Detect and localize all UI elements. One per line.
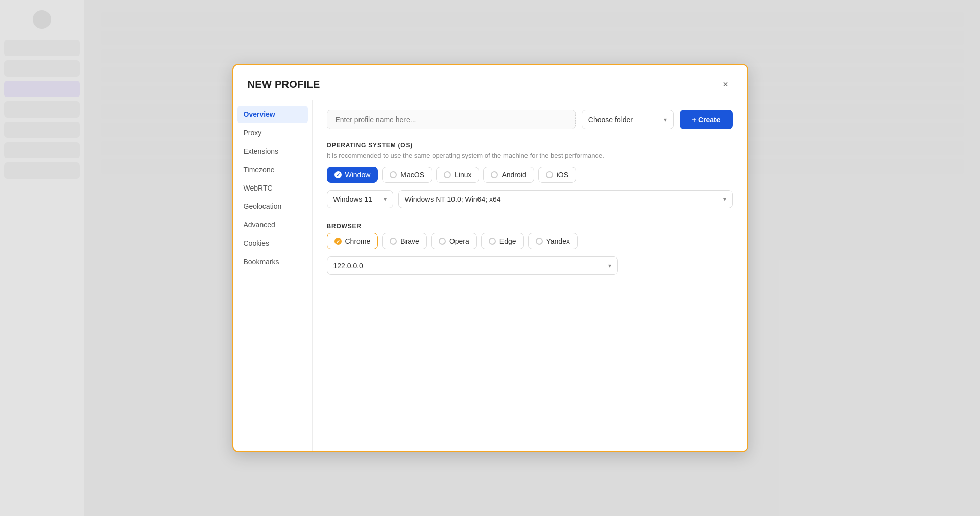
browser-section: BROWSER Chrome Brave Opera — [327, 223, 733, 275]
modal-title: NEW PROFILE — [248, 79, 320, 90]
os-platform-select[interactable]: Windows NT 10.0; Win64; x64 ▾ — [398, 190, 733, 208]
os-option-macos[interactable]: MacOS — [382, 167, 432, 183]
os-section-title: OPERATING SYSTEM (OS) — [327, 142, 733, 149]
os-platform-chevron-icon: ▾ — [723, 196, 726, 203]
create-button[interactable]: + Create — [680, 110, 733, 129]
os-platform-value: Windows NT 10.0; Win64; x64 — [405, 195, 501, 203]
nav-item-cookies[interactable]: Cookies — [233, 234, 312, 252]
os-radio-android — [491, 171, 498, 178]
nav-item-overview[interactable]: Overview — [237, 106, 308, 123]
nav-item-geolocation[interactable]: Geolocation — [233, 198, 312, 215]
os-option-window[interactable]: Window — [327, 167, 378, 183]
folder-select-label: Choose folder — [588, 115, 660, 124]
browser-option-edge[interactable]: Edge — [481, 233, 524, 249]
browser-option-opera-label: Opera — [449, 237, 469, 245]
folder-chevron-icon: ▾ — [664, 116, 667, 123]
nav-item-extensions[interactable]: Extensions — [233, 143, 312, 160]
browser-option-brave-label: Brave — [400, 237, 419, 245]
os-options: Window MacOS Linux Android — [327, 167, 733, 183]
browser-radio-yandex — [536, 238, 543, 245]
browser-version-value: 122.0.0.0 — [333, 262, 363, 270]
browser-radio-chrome — [334, 238, 342, 245]
os-option-window-label: Window — [345, 171, 371, 179]
content-area: Choose folder ▾ + Create OPERATING SYSTE… — [313, 100, 747, 451]
os-option-linux-label: Linux — [455, 171, 471, 179]
nav-item-webrtc[interactable]: WebRTC — [233, 179, 312, 197]
browser-option-yandex[interactable]: Yandex — [528, 233, 578, 249]
browser-option-chrome[interactable]: Chrome — [327, 233, 378, 249]
folder-select-dropdown[interactable]: Choose folder ▾ — [582, 110, 674, 129]
os-radio-ios — [546, 171, 553, 178]
os-section: OPERATING SYSTEM (OS) It is recommended … — [327, 142, 733, 221]
nav-sidebar: Overview Proxy Extensions Timezone WebRT… — [233, 100, 313, 451]
browser-radio-edge — [489, 238, 496, 245]
nav-item-timezone[interactable]: Timezone — [233, 161, 312, 178]
os-option-linux[interactable]: Linux — [436, 167, 479, 183]
os-section-desc: It is recommended to use the same operat… — [327, 152, 733, 159]
new-profile-modal: NEW PROFILE × Overview Proxy Extensions … — [232, 64, 748, 452]
browser-radio-opera — [439, 238, 446, 245]
os-option-macos-label: MacOS — [400, 171, 424, 179]
modal-header: NEW PROFILE × — [233, 65, 747, 100]
os-option-android[interactable]: Android — [483, 167, 534, 183]
os-version-chevron-icon: ▾ — [384, 196, 387, 203]
browser-option-brave[interactable]: Brave — [382, 233, 427, 249]
os-version-select[interactable]: Windows 11 ▾ — [327, 190, 393, 208]
modal-close-button[interactable]: × — [719, 77, 733, 91]
browser-option-yandex-label: Yandex — [546, 237, 570, 245]
profile-name-input[interactable] — [327, 110, 576, 129]
browser-version-select[interactable]: 122.0.0.0 ▾ — [327, 256, 618, 275]
browser-section-title: BROWSER — [327, 223, 733, 230]
nav-item-advanced[interactable]: Advanced — [233, 216, 312, 233]
browser-option-opera[interactable]: Opera — [431, 233, 477, 249]
os-option-android-label: Android — [501, 171, 526, 179]
nav-item-proxy[interactable]: Proxy — [233, 124, 312, 142]
os-radio-linux — [444, 171, 451, 178]
browser-option-edge-label: Edge — [499, 237, 516, 245]
browser-version-chevron-icon: ▾ — [608, 262, 611, 269]
nav-item-bookmarks[interactable]: Bookmarks — [233, 253, 312, 270]
os-option-ios-label: iOS — [557, 171, 568, 179]
os-version-value: Windows 11 — [333, 195, 372, 203]
modal-body: Overview Proxy Extensions Timezone WebRT… — [233, 100, 747, 451]
os-radio-window — [334, 171, 342, 178]
browser-options: Chrome Brave Opera Edge — [327, 233, 733, 249]
os-option-ios[interactable]: iOS — [538, 167, 576, 183]
browser-option-chrome-label: Chrome — [345, 237, 371, 245]
os-radio-macos — [390, 171, 397, 178]
os-selects: Windows 11 ▾ Windows NT 10.0; Win64; x64… — [327, 190, 733, 208]
browser-radio-brave — [390, 238, 397, 245]
modal-overlay: NEW PROFILE × Overview Proxy Extensions … — [0, 0, 980, 516]
top-bar: Choose folder ▾ + Create — [327, 110, 733, 129]
